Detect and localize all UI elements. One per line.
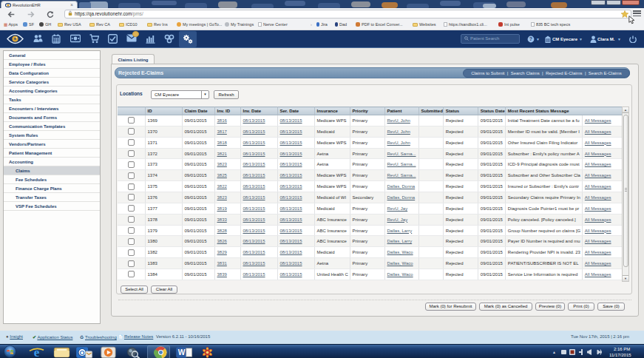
svg-text:?: ? [529, 36, 532, 41]
svg-text:W: W [178, 348, 186, 357]
svg-text:e: e [34, 346, 40, 358]
svg-text:O: O [80, 349, 85, 357]
